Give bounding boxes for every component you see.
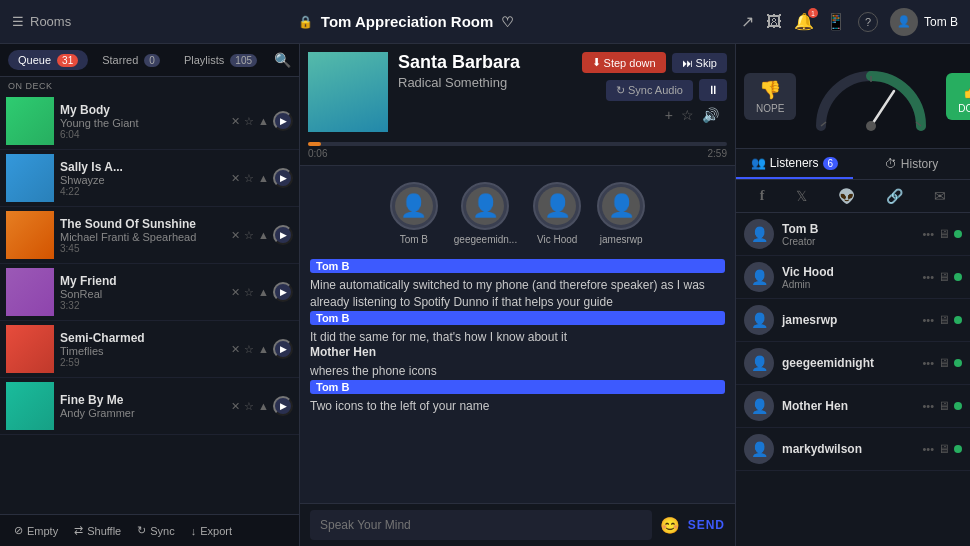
phone-icon[interactable]: 📱 [826, 12, 846, 31]
sync-button[interactable]: ↻ Sync [131, 521, 180, 540]
online-dot [954, 273, 962, 281]
nope-button[interactable]: 👎 NOPE [744, 73, 796, 120]
link-icon[interactable]: 🔗 [886, 188, 903, 204]
play-item-button[interactable]: ▶ [273, 339, 293, 359]
star-item-button[interactable]: ☆ [244, 286, 254, 299]
listener-more-button[interactable]: ••• [922, 228, 934, 240]
emoji-button[interactable]: 😊 [660, 516, 680, 535]
queue-item-duration: 3:45 [60, 243, 225, 254]
move-up-button[interactable]: ▲ [258, 172, 269, 184]
listener-avatar: 👤 [744, 262, 774, 292]
tab-listeners[interactable]: 👥 Listeners 6 [736, 149, 853, 179]
star-item-button[interactable]: ☆ [244, 343, 254, 356]
volume-button[interactable]: 🔊 [702, 107, 719, 123]
skip-button[interactable]: ⏭ Skip [672, 53, 727, 73]
dope-button[interactable]: 👍 DOPE [946, 73, 970, 120]
rooms-button[interactable]: ☰ Rooms [12, 14, 71, 29]
chat-sender-badge: Tom B [310, 380, 725, 394]
play-item-button[interactable]: ▶ [273, 396, 293, 416]
heart-icon[interactable]: ♡ [501, 14, 514, 30]
star-item-button[interactable]: ☆ [244, 172, 254, 185]
queue-bottom-bar: ⊘ Empty ⇄ Shuffle ↻ Sync ↓ Export [0, 514, 299, 546]
star-item-button[interactable]: ☆ [244, 115, 254, 128]
listener-more-button[interactable]: ••• [922, 443, 934, 455]
progress-area[interactable]: 0:06 2:59 [300, 140, 735, 165]
queue-item[interactable]: Fine By Me Andy Grammer ✕ ☆ ▲ ▶ [0, 378, 299, 435]
tab-history[interactable]: ⏱ History [853, 149, 970, 179]
queue-item-title: Fine By Me [60, 393, 225, 407]
email-icon[interactable]: ✉ [934, 188, 946, 204]
listener-more-button[interactable]: ••• [922, 271, 934, 283]
listener-item: 👤 markydwilson ••• 🖥 [736, 428, 970, 471]
listener-actions: ••• 🖥 [922, 313, 962, 327]
listeners-list: 👤 Tom B Creator ••• 🖥 👤 Vic Hood Admin •… [736, 213, 970, 546]
reddit-icon[interactable]: 👽 [838, 188, 855, 204]
queue-item-duration: 2:59 [60, 357, 225, 368]
twitter-icon[interactable]: 𝕏 [796, 188, 807, 204]
queue-item[interactable]: My Friend SonReal 3:32 ✕ ☆ ▲ ▶ [0, 264, 299, 321]
chat-message: Tom B Mine automatically switched to my … [310, 259, 725, 311]
step-down-button[interactable]: ⬇ Step down [582, 52, 666, 73]
help-icon[interactable]: ? [858, 12, 878, 32]
move-up-button[interactable]: ▲ [258, 400, 269, 412]
header-left: ☰ Rooms [12, 14, 71, 29]
remove-item-button[interactable]: ✕ [231, 172, 240, 185]
empty-button[interactable]: ⊘ Empty [8, 521, 64, 540]
play-item-button[interactable]: ▶ [273, 225, 293, 245]
step-down-icon: ⬇ [592, 56, 601, 69]
move-up-button[interactable]: ▲ [258, 343, 269, 355]
facebook-icon[interactable]: f [760, 188, 765, 204]
sync-audio-button[interactable]: ↻ Sync Audio [606, 80, 693, 101]
queue-item-controls: ✕ ☆ ▲ ▶ [231, 282, 293, 302]
remove-item-button[interactable]: ✕ [231, 229, 240, 242]
add-track-button[interactable]: + [665, 107, 673, 123]
queue-item-title: My Friend [60, 274, 225, 288]
photo-icon[interactable]: 🖼 [766, 13, 782, 31]
star-item-button[interactable]: ☆ [244, 229, 254, 242]
share-icon[interactable]: ↗ [741, 12, 754, 31]
move-up-button[interactable]: ▲ [258, 115, 269, 127]
bell-icon[interactable]: 🔔 1 [794, 12, 814, 31]
queue-item[interactable]: My Body Young the Giant 6:04 ✕ ☆ ▲ ▶ [0, 93, 299, 150]
queue-item[interactable]: Semi-Charmed Timeflies 2:59 ✕ ☆ ▲ ▶ [0, 321, 299, 378]
star-item-button[interactable]: ☆ [244, 400, 254, 413]
chat-avatar-icon: 👤 [400, 193, 427, 219]
listener-more-button[interactable]: ••• [922, 400, 934, 412]
tab-starred[interactable]: Starred 0 [92, 50, 170, 70]
chat-sender-badge: Tom B [310, 311, 725, 325]
shuffle-button[interactable]: ⇄ Shuffle [68, 521, 127, 540]
export-button[interactable]: ↓ Export [185, 522, 238, 540]
star-track-button[interactable]: ☆ [681, 107, 694, 123]
tab-queue[interactable]: Queue 31 [8, 50, 88, 70]
listener-device-icon: 🖥 [938, 356, 950, 370]
play-item-button[interactable]: ▶ [273, 168, 293, 188]
remove-item-button[interactable]: ✕ [231, 400, 240, 413]
listener-device-icon: 🖥 [938, 399, 950, 413]
user-area[interactable]: 👤 Tom B [890, 8, 958, 36]
move-up-button[interactable]: ▲ [258, 229, 269, 241]
queue-item-info: My Body Young the Giant 6:04 [60, 103, 225, 140]
remove-item-button[interactable]: ✕ [231, 115, 240, 128]
chat-sender-name: Mother Hen [310, 345, 725, 359]
listener-name: markydwilson [782, 442, 914, 456]
queue-item[interactable]: The Sound Of Sunshine Michael Franti & S… [0, 207, 299, 264]
remove-item-button[interactable]: ✕ [231, 343, 240, 356]
move-up-button[interactable]: ▲ [258, 286, 269, 298]
play-item-button[interactable]: ▶ [273, 282, 293, 302]
starred-count-badge: 0 [144, 54, 160, 67]
play-item-button[interactable]: ▶ [273, 111, 293, 131]
listener-avatar: 👤 [744, 391, 774, 421]
listener-more-button[interactable]: ••• [922, 357, 934, 369]
search-button[interactable]: 🔍 [274, 52, 291, 68]
tab-playlists[interactable]: Playlists 105 [174, 50, 267, 70]
listener-info: markydwilson [782, 442, 914, 456]
send-button[interactable]: SEND [688, 518, 725, 532]
pause-button[interactable]: ⏸ [699, 79, 727, 101]
chat-input[interactable] [310, 510, 652, 540]
player-track-actions: + ☆ 🔊 [657, 107, 727, 127]
progress-bar-outer[interactable] [308, 142, 727, 146]
listener-more-button[interactable]: ••• [922, 314, 934, 326]
chat-avatar-circle: 👤 [533, 182, 581, 230]
remove-item-button[interactable]: ✕ [231, 286, 240, 299]
queue-item[interactable]: Sally Is A... Shwayze 4:22 ✕ ☆ ▲ ▶ [0, 150, 299, 207]
